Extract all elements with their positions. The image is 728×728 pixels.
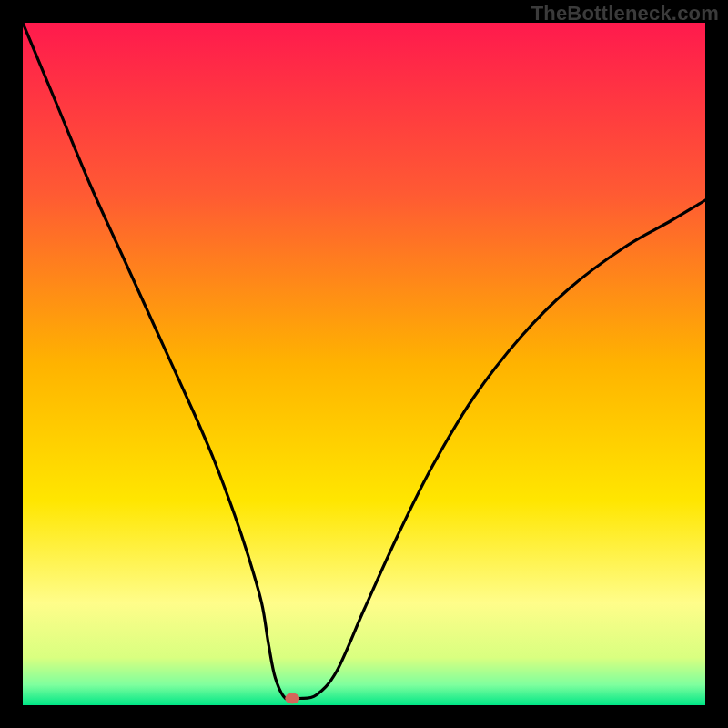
chart-svg (23, 23, 705, 705)
plot-area (23, 23, 705, 705)
watermark-text: TheBottleneck.com (531, 2, 719, 25)
chart-frame: TheBottleneck.com (0, 0, 728, 728)
gradient-background (23, 23, 705, 705)
optimal-point-marker (285, 693, 299, 704)
